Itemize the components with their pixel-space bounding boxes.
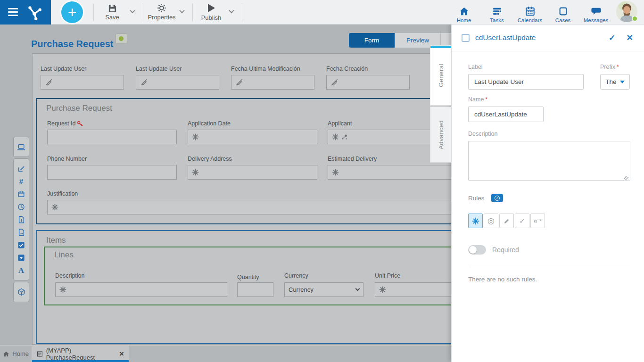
nav-home[interactable]: Home: [449, 6, 479, 23]
tab-advanced[interactable]: Advanced: [430, 107, 451, 163]
palette-group-advanced: [13, 282, 29, 302]
name-input[interactable]: [468, 107, 544, 122]
number-control-icon[interactable]: #: [14, 175, 29, 188]
required-asterisk-icon: [332, 169, 339, 176]
add-control-button[interactable]: +: [61, 1, 83, 23]
panel-header: cdUserLastUpdate ✓ ×: [452, 25, 644, 51]
text-control-icon[interactable]: A: [14, 264, 29, 277]
required-asterisk-icon: [51, 204, 58, 211]
prefix-select[interactable]: The: [600, 74, 630, 90]
field-label: Last Update User: [136, 66, 182, 72]
brand-block: [0, 0, 51, 25]
form-status-button[interactable]: [116, 33, 127, 44]
file-control-icon[interactable]: [14, 213, 29, 226]
letter-a-icon: A: [18, 266, 24, 275]
resize-handle[interactable]: [624, 176, 628, 180]
tab-form[interactable]: Form: [349, 33, 395, 48]
palette-group-controls: #: [13, 158, 29, 280]
panel-divider: [468, 267, 630, 267]
field-phone-number[interactable]: [47, 165, 177, 180]
edit-control-icon[interactable]: [14, 162, 29, 175]
field-delivery-address[interactable]: [188, 165, 317, 180]
open-form-tab-label: (MYAPP) PurchaseRequest: [46, 347, 115, 361]
nav-cases-label: Cases: [555, 17, 571, 23]
field-request-id[interactable]: [47, 130, 177, 144]
nav-tasks-label: Tasks: [490, 17, 504, 23]
image-control-icon[interactable]: [14, 226, 29, 239]
field-label: Application Date: [188, 120, 231, 127]
gear-icon: [157, 3, 166, 13]
rule-rename-button[interactable]: a⁻ˣ: [530, 214, 545, 228]
field-last-update-user-1[interactable]: [41, 75, 124, 90]
asterisk-icon: [472, 217, 479, 225]
cases-icon: [558, 6, 569, 16]
rule-editable-button[interactable]: [499, 214, 514, 228]
cube-control-icon[interactable]: [14, 286, 29, 298]
rule-valid-button[interactable]: ✓: [515, 214, 529, 228]
rule-visible-button[interactable]: ◎: [484, 214, 498, 228]
save-button[interactable]: Save: [97, 3, 128, 21]
field-line-currency-select[interactable]: Currency: [284, 282, 363, 297]
prefix-selected-value: The: [605, 78, 616, 85]
bottom-home-button[interactable]: Home: [0, 346, 32, 362]
field-line-quantity[interactable]: [237, 282, 273, 297]
required-toggle[interactable]: [468, 245, 486, 255]
panel-body: Label Prefix* The Name*: [452, 51, 644, 283]
apply-button[interactable]: ✓: [609, 33, 615, 43]
label-input[interactable]: [468, 74, 584, 90]
form-canvas: Purchase Request Form Preview Last Updat…: [0, 25, 451, 345]
required-asterisk-icon: [332, 133, 339, 140]
rules-info-button[interactable]: i: [491, 194, 503, 202]
bizagi-form-builder-screen: + Save: [0, 0, 644, 362]
checkbox-control-icon[interactable]: [14, 239, 29, 251]
user-avatar[interactable]: [616, 1, 637, 22]
field-fecha-creacion[interactable]: [326, 75, 410, 90]
field-application-date[interactable]: [188, 130, 317, 144]
time-control-icon[interactable]: [14, 200, 29, 213]
open-form-tab[interactable]: (MYAPP) PurchaseRequest ×: [32, 346, 129, 362]
chevron-down-icon: [355, 287, 360, 291]
tab-general[interactable]: General: [430, 45, 451, 106]
field-last-update-user-2[interactable]: [136, 75, 219, 90]
field-label: Unit Price: [375, 272, 400, 279]
hamburger-menu-icon[interactable]: [8, 6, 18, 18]
field-label: Estimated Delivery: [328, 156, 377, 162]
field-fecha-ultima-modificacion[interactable]: [231, 75, 314, 90]
label-field-label: Label: [468, 64, 584, 70]
bizagi-logo-icon: [26, 4, 43, 21]
publish-dropdown-caret[interactable]: [229, 8, 234, 13]
nav-calendars[interactable]: Calendars: [515, 6, 545, 23]
nav-cases[interactable]: Cases: [548, 6, 578, 23]
bottom-tab-bar: Home (MYAPP) PurchaseRequest ×: [0, 345, 451, 362]
field-line-description[interactable]: [55, 282, 227, 297]
close-panel-button[interactable]: ×: [627, 33, 633, 42]
status-green-dot: [119, 36, 124, 41]
field-estimated-delivery[interactable]: [328, 165, 451, 180]
bottom-home-label: Home: [12, 350, 29, 357]
date-control-icon[interactable]: [14, 188, 29, 200]
publish-label: Publish: [201, 14, 222, 21]
field-label: Quantity: [237, 274, 259, 280]
field-label: Delivery Address: [188, 156, 232, 162]
toolbar-divider: [242, 3, 242, 21]
palette-group-layout: [13, 137, 29, 157]
rule-required-button[interactable]: [468, 214, 483, 228]
nav-messages[interactable]: Messages: [581, 6, 611, 23]
description-textarea[interactable]: [468, 141, 630, 181]
field-justification[interactable]: [47, 200, 451, 214]
name-field-label: Name*: [468, 96, 630, 103]
laptop-control-icon[interactable]: [14, 140, 29, 153]
nav-tasks[interactable]: Tasks: [482, 6, 512, 23]
save-label: Save: [105, 14, 119, 21]
save-dropdown-caret[interactable]: [130, 8, 135, 13]
field-line-unit-price[interactable]: [375, 282, 451, 297]
close-tab-icon[interactable]: ×: [119, 350, 124, 358]
publish-button[interactable]: Publish: [196, 2, 227, 22]
field-label: Applicant: [328, 120, 352, 127]
description-field-label: Description: [468, 131, 630, 137]
calendar-icon: [525, 6, 536, 16]
properties-button[interactable]: Properties: [146, 3, 177, 21]
field-label: Justification: [47, 190, 78, 197]
dropdown-control-icon[interactable]: [14, 251, 29, 264]
properties-dropdown-caret[interactable]: [179, 8, 184, 13]
